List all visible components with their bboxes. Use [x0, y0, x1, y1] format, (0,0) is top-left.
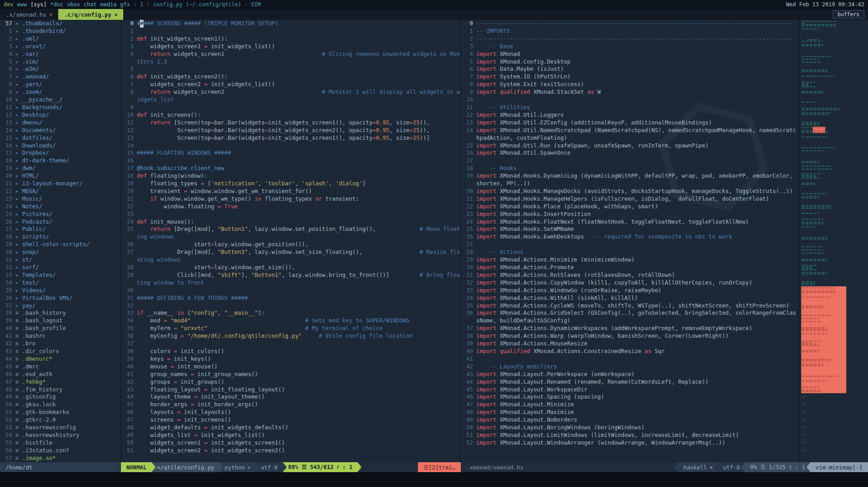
- code-line[interactable]: 52import XMonad.Layout.WindowArranger (w…: [461, 439, 799, 447]
- tab--x-xmonad-hs[interactable]: .x/xmonad.hs✗: [0, 9, 58, 20]
- minimap-pane[interactable]: ⣿⣭⣭⣭⣭⣭⣭⣭⣍⠉⠉⠉⠉⠁⣀⣠⣤⣤⣄⡀⠛⠛⠛⠛⠛⠃⣀⣀⣀⣀⣀⣀⣀⡀⠭⠭⠭⠭⠥⣤…: [799, 20, 868, 462]
- tree-file-item[interactable]: 49≡ .gitconfig: [0, 393, 121, 401]
- code-line[interactable]: 48import XMonad.Layout.Maximize: [461, 409, 799, 416]
- code-line[interactable]: 33if __name__ in ["config", "__main__"]:: [121, 309, 460, 317]
- code-line[interactable]: 33import XMonad.Actions.WindowGo (runOrR…: [461, 287, 799, 294]
- code-line[interactable]: 26 start=lazy.window.get_position()),: [121, 241, 460, 248]
- code-line[interactable]: 6import Data.Maybe (isJust): [461, 65, 799, 73]
- code-line[interactable]: 39import XMonad.Actions.MouseResize: [461, 340, 799, 348]
- tree-dir-item[interactable]: 11▸ Backgrounds/: [0, 104, 121, 111]
- code-line[interactable]: 13 Screen(top=bar.Bar(widgets=init_widge…: [121, 134, 460, 142]
- tree-dir-item[interactable]: 8▸ .yarn/: [0, 81, 121, 88]
- tree-file-item[interactable]: 47≡ .fehbg*: [0, 378, 121, 386]
- tree-file-item[interactable]: 52≡ .gtkrc-2.0: [0, 416, 121, 424]
- code-line[interactable]: 16: [121, 157, 460, 165]
- tree-file-item[interactable]: 38≡ .bash_history: [0, 309, 121, 317]
- code-line[interactable]: 10: [461, 96, 799, 104]
- code-line[interactable]: 2def init_widgets_screen1():: [121, 35, 460, 43]
- command-line[interactable]: [0, 472, 868, 487]
- config-py-editor[interactable]: # 0##### SCREENS ##### (TRIPLE MONITOR S…: [121, 20, 460, 462]
- code-line[interactable]: 36 myConfig = "/home/dt/.config/qtile/co…: [121, 332, 460, 340]
- tree-dir-item[interactable]: 33▸ Templates/: [0, 271, 121, 279]
- code-line[interactable]: 3 -- Base: [461, 43, 799, 51]
- code-line[interactable]: 0---------------------------------------…: [461, 20, 799, 28]
- code-line[interactable]: 30import XMonad.Actions.Promote: [461, 264, 799, 271]
- code-line[interactable]: 31##### DEFINING A FEW THINGS #####: [121, 294, 460, 302]
- code-line[interactable]: 23: [121, 211, 460, 218]
- code-line[interactable]: 35 myTerm = "urxvtc" # My terminal of ch…: [121, 325, 460, 332]
- code-line[interactable]: 2---------------------------------------…: [461, 35, 799, 43]
- tree-dir-item[interactable]: 3▸ .urxvt/: [0, 43, 121, 51]
- code-line[interactable]: 25 return [Drag([mod], "Button1", lazy.w…: [121, 225, 460, 241]
- code-line[interactable]: 7import System.IO (hPutStrLn): [461, 73, 799, 81]
- tree-dir-item[interactable]: 28▸ scripts/: [0, 233, 121, 241]
- tree-dir-item[interactable]: 30▸ snap/: [0, 248, 121, 256]
- code-line[interactable]: 10def init_screens():: [121, 111, 460, 119]
- code-line[interactable]: 45 border_args = init_border_args(): [121, 401, 460, 409]
- code-line[interactable]: 20 transient = window.window.get_wm_tran…: [121, 188, 460, 195]
- code-line[interactable]: 38import XMonad.Actions.Warp (warpToWind…: [461, 332, 799, 340]
- code-line[interactable]: 18 -- Hooks: [461, 165, 799, 172]
- code-line[interactable]: 31import XMonad.Actions.RotSlaves (rotSl…: [461, 271, 799, 279]
- code-line[interactable]: 17@hook.subscribe.client_new: [121, 165, 460, 172]
- code-line[interactable]: 29import XMonad.Actions.Minimize (minimi…: [461, 256, 799, 264]
- code-line[interactable]: 29 Click([mod, "shift"], "Button1", lazy…: [121, 271, 460, 287]
- code-line[interactable]: 8 return widgets_screen2 # Monitor 2 wil…: [121, 88, 460, 104]
- code-line[interactable]: 11 return [Screen(top=bar.Bar(widgets=in…: [121, 119, 460, 127]
- code-line[interactable]: 35import XMonad.Actions.CycleWS (moveTo,…: [461, 302, 799, 310]
- buffers-indicator[interactable]: buffers: [833, 10, 864, 18]
- code-line[interactable]: 26import XMonad.Hooks.EwmhDesktops -- re…: [461, 233, 799, 241]
- code-line[interactable]: 49import XMonad.Layout.NoBorders: [461, 416, 799, 424]
- tree-file-item[interactable]: 42≡ .bro: [0, 340, 121, 348]
- tree-file-item[interactable]: 50≡ .gksu.lock: [0, 401, 121, 409]
- code-line[interactable]: 44 layout_theme = init_layout_theme(): [121, 393, 460, 401]
- tree-dir-item[interactable]: 17▸ Dropbox/: [0, 149, 121, 157]
- code-line[interactable]: 42 -- Layouts modifiers: [461, 363, 799, 371]
- tree-dir-item[interactable]: 15▸ dotfiles/: [0, 134, 121, 142]
- tree-dir-item[interactable]: 9▸ .zoom/: [0, 88, 121, 96]
- code-line[interactable]: 25import XMonad.Hooks.SetWMName: [461, 225, 799, 233]
- tree-dir-item[interactable]: 2▸ .uml/: [0, 35, 121, 43]
- code-line[interactable]: 12 Screen(top=bar.Bar(widgets=init_widge…: [121, 127, 460, 134]
- code-line[interactable]: 21import XMonad.Hooks.ManageHelpers (isF…: [461, 195, 799, 203]
- tree-file-item[interactable]: 39≡ .bash_logout: [0, 317, 121, 325]
- tree-file-item[interactable]: 44≡ .dmenurc*: [0, 355, 121, 363]
- code-line[interactable]: 34 mod = "mod4" # Sets mod key to SUPER/…: [121, 317, 460, 325]
- code-line[interactable]: 15##### FLOATING WINDOWS #####: [121, 149, 460, 157]
- tree-dir-item[interactable]: 20▸ HTML/: [0, 172, 121, 180]
- tree-dir-item[interactable]: 37▸ yay/: [0, 302, 121, 310]
- code-line[interactable]: 6def init_widgets_screen2():: [121, 73, 460, 81]
- code-line[interactable]: 36import XMonad.Actions.GridSelect (GSCo…: [461, 309, 799, 325]
- tree-dir-item[interactable]: 16▸ Downloads/: [0, 142, 121, 150]
- tree-file-item[interactable]: 41≡ .bashrc: [0, 332, 121, 340]
- tree-dir-item[interactable]: 36▸ VirtualBox VMs/: [0, 294, 121, 302]
- tree-file-item[interactable]: 56≡ .i3status.conf: [0, 447, 121, 455]
- code-line[interactable]: 4import XMonad: [461, 51, 799, 58]
- code-line[interactable]: 51import XMonad.Layout.LimitWindows (lim…: [461, 432, 799, 439]
- code-line[interactable]: 5: [121, 65, 460, 73]
- code-line[interactable]: 43import XMonad.Layout.PerWorkspace (onW…: [461, 371, 799, 378]
- tree-file-item[interactable]: 55≡ .histfile: [0, 439, 121, 447]
- tree-dir-item[interactable]: 57▸ .thumbnails/: [0, 20, 121, 28]
- code-line[interactable]: 50 widgets_screen1 = init_widgets_screen…: [121, 439, 460, 447]
- code-line[interactable]: 41 group_names = init_group_names(): [121, 371, 460, 378]
- code-line[interactable]: 18def floating(window):: [121, 172, 460, 180]
- code-line[interactable]: 4 return widgets_screen1 # Slicing remov…: [121, 51, 460, 66]
- code-line[interactable]: 39 keys = init_keys(): [121, 355, 460, 363]
- tree-dir-item[interactable]: 12▸ Desktop/: [0, 111, 121, 119]
- code-line[interactable]: 32import XMonad.Actions.CopyWindow (kill…: [461, 279, 799, 287]
- code-line[interactable]: 40 mouse = init_mouse(): [121, 363, 460, 371]
- tree-file-item[interactable]: 54≡ .haxornewshistory: [0, 432, 121, 439]
- code-line[interactable]: 44import XMonad.Layout.Renamed (renamed,…: [461, 378, 799, 386]
- code-line[interactable]: 3 widgets_screen1 = init_widgets_list(): [121, 43, 460, 51]
- tree-dir-item[interactable]: 32▸ surf/: [0, 264, 121, 271]
- code-line[interactable]: 23import XMonad.Hooks.InsertPosition: [461, 211, 799, 218]
- tree-dir-item[interactable]: 26▸ Podcasts/: [0, 218, 121, 226]
- code-line[interactable]: 27 Drag([mod], "Button3", lazy.window.se…: [121, 248, 460, 264]
- code-line[interactable]: 27: [461, 241, 799, 248]
- tree-file-item[interactable]: 43≡ .dir_colors: [0, 348, 121, 355]
- code-line[interactable]: 7 widgets_screen2 = init_widgets_list(): [121, 81, 460, 88]
- code-line[interactable]: 21 if window.window.get_wm_type() in flo…: [121, 195, 460, 203]
- code-line[interactable]: 5import XMonad.Config.Desktop: [461, 58, 799, 66]
- code-line[interactable]: 40import qualified XMonad.Actions.Constr…: [461, 348, 799, 355]
